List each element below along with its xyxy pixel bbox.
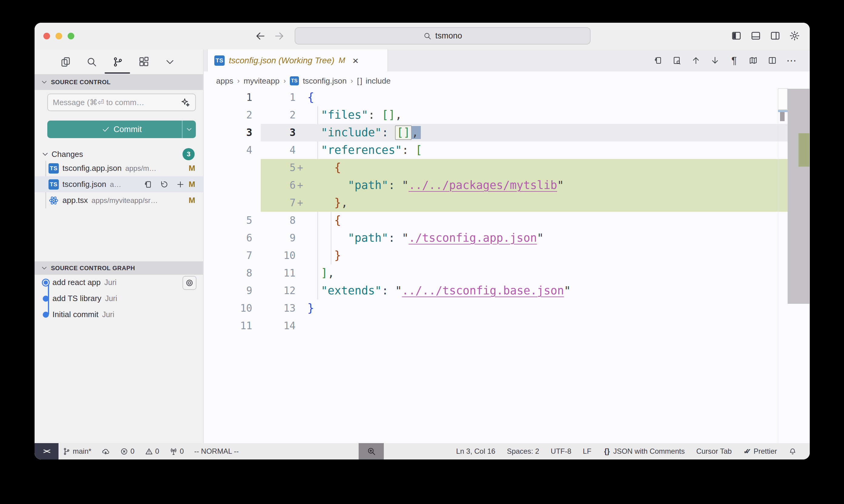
remote-indicator[interactable]: >< xyxy=(35,443,58,460)
command-center[interactable]: tsmono xyxy=(295,27,590,44)
commit-Initial-commit[interactable]: Initial commitJuri xyxy=(35,307,203,323)
old-line-number: 9 xyxy=(204,282,252,300)
commit-dot-icon xyxy=(43,312,49,318)
status-item-0[interactable]: 0 xyxy=(145,447,159,455)
code-line-2[interactable]: 22"files": [], xyxy=(204,106,810,124)
code-line-9[interactable]: 69"path": "./tsconfig.app.json" xyxy=(204,229,810,247)
status-item-0[interactable]: 0 xyxy=(120,447,134,455)
changed-file-tsconfig.app.json[interactable]: TStsconfig.app.jsonapps/m…M xyxy=(35,160,203,176)
activity-extensions-button[interactable] xyxy=(138,56,150,68)
new-line-number: 6+ xyxy=(252,177,296,194)
vscode-window: tsmono SOURCE CONTROL Message (⌘⏎ to com… xyxy=(35,23,810,460)
breadcrumb-item-apps[interactable]: apps xyxy=(216,76,233,86)
code-line-13[interactable]: 1013} xyxy=(204,300,810,317)
status-item-main-[interactable]: main* xyxy=(63,447,91,455)
status-item-lf[interactable]: LF xyxy=(583,447,591,455)
minimize-window-button[interactable] xyxy=(55,33,62,39)
code-line-14[interactable]: 1114 xyxy=(204,317,810,335)
forward-button[interactable] xyxy=(273,30,285,42)
goto-current-commit-button[interactable] xyxy=(183,276,196,290)
status-label: 0 xyxy=(155,447,159,455)
typescript-icon: TS xyxy=(290,76,299,85)
arrow-up-button[interactable] xyxy=(691,56,701,65)
changes-section-header[interactable]: Changes 3 xyxy=(35,147,203,161)
source-control-header[interactable]: SOURCE CONTROL xyxy=(35,74,203,90)
status-item-spaces-2[interactable]: Spaces: 2 xyxy=(507,447,539,455)
code-line-12[interactable]: 912"extends": "../../tsconfig.base.json" xyxy=(204,282,810,300)
status-badge: M xyxy=(189,164,195,173)
old-line-number: 11 xyxy=(204,317,252,335)
tab-tsconfig-working-tree[interactable]: TS tsconfig.json (Working Tree) M × xyxy=(207,49,388,71)
code-line-11[interactable]: 811], xyxy=(204,265,810,282)
discard-button[interactable] xyxy=(159,180,169,189)
changed-file-app.tsx[interactable]: app.tsxapps/myviteapp/sr…M xyxy=(35,192,203,209)
status-item-ln-3-col-16[interactable]: Ln 3, Col 16 xyxy=(456,447,495,455)
code-editor[interactable]: 11{22"files": [],33"include": [],44"refe… xyxy=(204,89,810,443)
back-button[interactable] xyxy=(255,30,266,42)
file-name: tsconfig.app.json xyxy=(63,164,122,173)
code-line-1[interactable]: 11{ xyxy=(204,89,810,106)
close-window-button[interactable] xyxy=(44,33,50,39)
activity-files-button[interactable] xyxy=(60,56,71,68)
breadcrumb-item-tsconfig.json[interactable]: tsconfig.json xyxy=(303,76,347,86)
layout-sidebar-left-button[interactable] xyxy=(731,30,742,41)
open-changes-button[interactable] xyxy=(653,56,662,65)
status-item-bell[interactable] xyxy=(789,447,797,455)
more-button[interactable]: ⋯ xyxy=(787,56,796,65)
close-icon[interactable]: × xyxy=(352,55,359,66)
sparkle-icon[interactable] xyxy=(181,97,190,107)
code-line-8[interactable]: 58{ xyxy=(204,212,810,229)
commit-dropdown-button[interactable] xyxy=(182,121,196,138)
activity-source-control-button[interactable] xyxy=(112,56,123,68)
breadcrumb-item-include[interactable]: include xyxy=(366,76,391,86)
split-editor-button[interactable] xyxy=(768,56,777,65)
code-line-6[interactable]: 6+"path": "../../packages/mytslib" xyxy=(204,177,810,194)
graph-title: SOURCE CONTROL GRAPH xyxy=(51,265,135,272)
layout-panel-button[interactable] xyxy=(750,30,761,41)
overview-ruler-handle xyxy=(780,112,785,121)
status-item--normal-[interactable]: -- NORMAL -- xyxy=(194,447,239,455)
old-line-number: 1 xyxy=(204,89,252,106)
commit-button[interactable]: Commit xyxy=(47,121,196,138)
react-icon xyxy=(49,195,59,206)
breadcrumb-item-myviteapp[interactable]: myviteapp xyxy=(243,76,279,86)
scrollbar[interactable] xyxy=(788,89,809,304)
status-item-cloud-upload[interactable] xyxy=(102,447,110,455)
zoom-indicator[interactable] xyxy=(359,443,384,460)
activity-chevron-down-button[interactable] xyxy=(164,56,175,68)
layout-sidebar-right-button[interactable] xyxy=(770,30,781,41)
status-item-cursor-tab[interactable]: Cursor Tab xyxy=(696,447,732,455)
status-item-0[interactable]: 0 xyxy=(170,447,184,455)
added-lines-marker xyxy=(798,133,809,167)
stage-button[interactable] xyxy=(176,180,185,189)
code-line-5[interactable]: 5+{ xyxy=(204,159,810,177)
file-path: apps/m… xyxy=(125,164,185,173)
settings-gear-button[interactable] xyxy=(789,30,800,41)
status-item-prettier[interactable]: ✓✓Prettier xyxy=(743,447,777,455)
commit-label: Commit xyxy=(114,125,142,134)
status-label: UTF-8 xyxy=(551,447,571,455)
code-line-10[interactable]: 710} xyxy=(204,247,810,265)
open-file-button[interactable] xyxy=(143,180,152,189)
code-line-4[interactable]: 44"references": [ xyxy=(204,141,810,159)
source-control-graph-header[interactable]: SOURCE CONTROL GRAPH xyxy=(35,262,203,275)
commit-add-TS-library[interactable]: add TS libraryJuri xyxy=(35,290,203,307)
commit-add-react-app[interactable]: add react appJuri xyxy=(35,274,203,290)
file-search-button[interactable] xyxy=(672,56,682,65)
code-text: ], xyxy=(296,265,334,282)
status-item-json-with-comments[interactable]: {}JSON with Comments xyxy=(603,447,685,455)
zoom-window-button[interactable] xyxy=(68,33,74,39)
status-item-utf-8[interactable]: UTF-8 xyxy=(551,447,571,455)
commit-message-input[interactable]: Message (⌘⏎ to comm… xyxy=(47,94,196,111)
editor-area: TS tsconfig.json (Working Tree) M × ¶⋯ a… xyxy=(204,49,810,443)
target-icon xyxy=(185,278,194,287)
new-line-number: 13 xyxy=(252,300,296,317)
traffic-lights xyxy=(44,33,74,39)
code-line-3[interactable]: 33"include": [], xyxy=(204,124,810,141)
arrow-down-button[interactable] xyxy=(710,56,720,65)
changed-file-tsconfig.json[interactable]: TStsconfig.jsona…M xyxy=(35,176,203,192)
pilcrow-button[interactable]: ¶ xyxy=(729,56,739,65)
activity-search-button[interactable] xyxy=(86,56,97,68)
map-button[interactable] xyxy=(748,56,758,65)
code-line-7[interactable]: 7+}, xyxy=(204,194,810,212)
